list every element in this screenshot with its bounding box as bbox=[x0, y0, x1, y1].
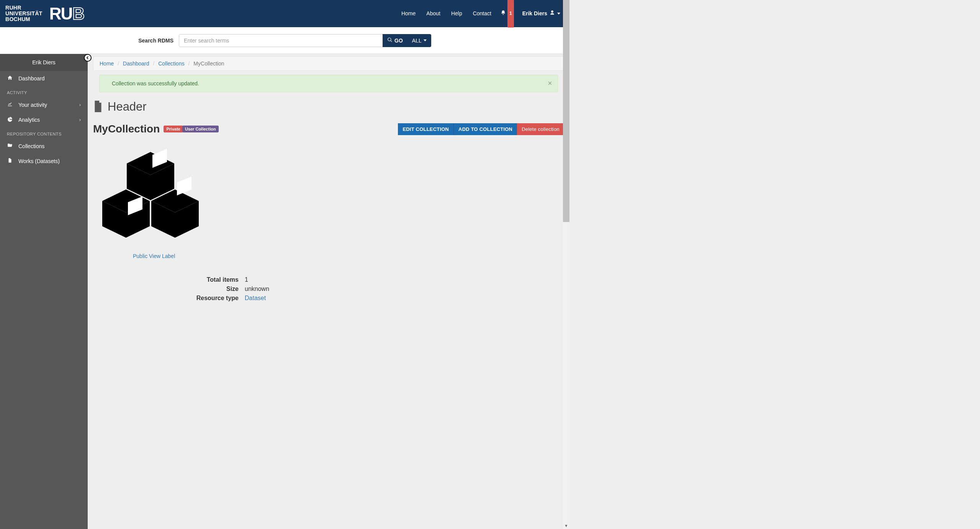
brand-line3: BOCHUM bbox=[5, 16, 43, 22]
breadcrumb-current: MyCollection bbox=[193, 60, 224, 67]
page-header: Header bbox=[93, 100, 564, 116]
collection-title: MyCollection bbox=[93, 123, 160, 135]
scrollbar-track[interactable]: ▲ ▼ bbox=[563, 0, 569, 529]
bell-icon bbox=[501, 0, 506, 27]
sidebar-item-label: Dashboard bbox=[18, 75, 45, 82]
scroll-down-arrow-icon[interactable]: ▼ bbox=[563, 522, 569, 529]
add-to-collection-button[interactable]: ADD TO COLLECTION bbox=[453, 123, 517, 135]
cubes-icon bbox=[93, 144, 208, 243]
breadcrumb-sep: / bbox=[115, 60, 121, 67]
caret-down-icon bbox=[557, 13, 560, 15]
sidebar-item-your-activity[interactable]: Your activity › bbox=[0, 97, 88, 112]
brand-line2: UNIVERSITÄT bbox=[5, 11, 43, 16]
sidebar-section-activity: ACTIVITY bbox=[0, 86, 88, 97]
breadcrumb-sep: / bbox=[186, 60, 192, 67]
collection-thumbnail: Public View Label bbox=[93, 144, 564, 259]
rub-logo: RUB bbox=[49, 5, 84, 22]
notifications-button[interactable]: 1 bbox=[497, 0, 518, 28]
sidebar-item-label: Your activity bbox=[18, 102, 47, 108]
search-go-button[interactable]: GO bbox=[383, 34, 407, 47]
chevron-right-icon: › bbox=[79, 102, 81, 108]
collection-title-row: MyCollection Private User Collection EDI… bbox=[93, 123, 564, 135]
breadcrumb: Home / Dashboard / Collections / MyColle… bbox=[93, 56, 564, 71]
sidebar-item-label: Analytics bbox=[18, 117, 40, 123]
nav-home[interactable]: Home bbox=[396, 0, 421, 27]
sidebar-item-label: Collections bbox=[18, 143, 44, 149]
badge-private: Private bbox=[164, 126, 183, 132]
search-label: Search RDMS bbox=[138, 38, 173, 44]
public-view-link[interactable]: Public View Label bbox=[133, 253, 564, 259]
sidebar-item-collections[interactable]: Collections bbox=[0, 139, 88, 153]
meta-label: Resource type bbox=[93, 295, 245, 302]
nav-contact[interactable]: Contact bbox=[468, 0, 497, 27]
chevron-right-icon: › bbox=[79, 117, 81, 122]
sidebar-item-dashboard[interactable]: Dashboard bbox=[0, 71, 88, 86]
sidebar-collapse-button[interactable] bbox=[84, 54, 92, 62]
main-content: Home / Dashboard / Collections / MyColle… bbox=[88, 54, 569, 529]
breadcrumb-home[interactable]: Home bbox=[100, 60, 114, 67]
brand-line1: RUHR bbox=[5, 5, 43, 11]
sidebar-owner: Erik Diers bbox=[0, 54, 88, 71]
alert-success: Collection was successfully updated. × bbox=[99, 75, 558, 92]
top-navbar: RUHR UNIVERSITÄT BOCHUM RUB Home About H… bbox=[0, 0, 569, 27]
breadcrumb-dashboard[interactable]: Dashboard bbox=[123, 60, 149, 67]
pie-chart-icon bbox=[7, 116, 13, 123]
search-icon bbox=[387, 37, 393, 44]
sidebar-item-analytics[interactable]: Analytics › bbox=[0, 112, 88, 127]
user-menu[interactable]: Erik Diers bbox=[518, 0, 565, 27]
meta-row-resource-type: Resource type Dataset bbox=[93, 294, 564, 303]
notification-count-badge: 1 bbox=[507, 0, 514, 28]
chart-line-icon bbox=[7, 101, 13, 108]
alert-message: Collection was successfully updated. bbox=[112, 80, 199, 87]
search-bar: Search RDMS GO ALL bbox=[0, 27, 569, 54]
nav-about[interactable]: About bbox=[421, 0, 446, 27]
meta-row-total-items: Total items 1 bbox=[93, 275, 564, 284]
svg-rect-2 bbox=[177, 176, 191, 195]
caret-down-icon bbox=[424, 39, 427, 41]
meta-value: 1 bbox=[245, 276, 248, 283]
home-icon bbox=[7, 75, 13, 82]
nav-help[interactable]: Help bbox=[446, 0, 468, 27]
breadcrumb-collections[interactable]: Collections bbox=[158, 60, 184, 67]
brand-link[interactable]: RUHR UNIVERSITÄT BOCHUM RUB bbox=[5, 0, 84, 27]
edit-collection-button[interactable]: EDIT COLLECTION bbox=[398, 123, 453, 135]
breadcrumb-sep: / bbox=[151, 60, 157, 67]
file-icon bbox=[93, 101, 103, 113]
action-buttons: EDIT COLLECTION ADD TO COLLECTION Delete… bbox=[398, 123, 564, 135]
rub-logo-b: B bbox=[72, 4, 84, 23]
search-go-label: GO bbox=[394, 38, 403, 44]
file-icon bbox=[7, 158, 13, 164]
sidebar-item-works[interactable]: Works (Datasets) bbox=[0, 153, 88, 168]
scrollbar-thumb[interactable] bbox=[563, 0, 569, 222]
rub-logo-ru: RU bbox=[49, 4, 72, 23]
sidebar: Erik Diers Dashboard ACTIVITY Your activ… bbox=[0, 54, 88, 529]
alert-close-button[interactable]: × bbox=[548, 79, 552, 88]
search-scope-label: ALL bbox=[412, 38, 422, 44]
sidebar-section-repo: REPOSITORY CONTENTS bbox=[0, 127, 88, 139]
user-icon bbox=[550, 0, 555, 27]
delete-collection-button[interactable]: Delete collection bbox=[517, 123, 564, 135]
user-name: Erik Diers bbox=[522, 0, 547, 27]
page-title: Header bbox=[108, 100, 147, 114]
meta-label: Total items bbox=[93, 276, 245, 283]
meta-row-size: Size unknown bbox=[93, 284, 564, 294]
brand-text: RUHR UNIVERSITÄT BOCHUM bbox=[5, 5, 43, 22]
meta-table: Total items 1 Size unknown Resource type… bbox=[93, 275, 564, 303]
folder-open-icon bbox=[7, 143, 13, 149]
meta-value: unknown bbox=[245, 286, 269, 292]
badge-user-collection: User Collection bbox=[182, 126, 219, 132]
meta-value-link[interactable]: Dataset bbox=[245, 295, 266, 301]
navbar-right: Home About Help Contact 1 Erik Diers bbox=[396, 0, 565, 27]
meta-label: Size bbox=[93, 286, 245, 292]
search-scope-button[interactable]: ALL bbox=[407, 34, 431, 47]
search-input[interactable] bbox=[179, 34, 386, 47]
sidebar-item-label: Works (Datasets) bbox=[18, 158, 60, 164]
